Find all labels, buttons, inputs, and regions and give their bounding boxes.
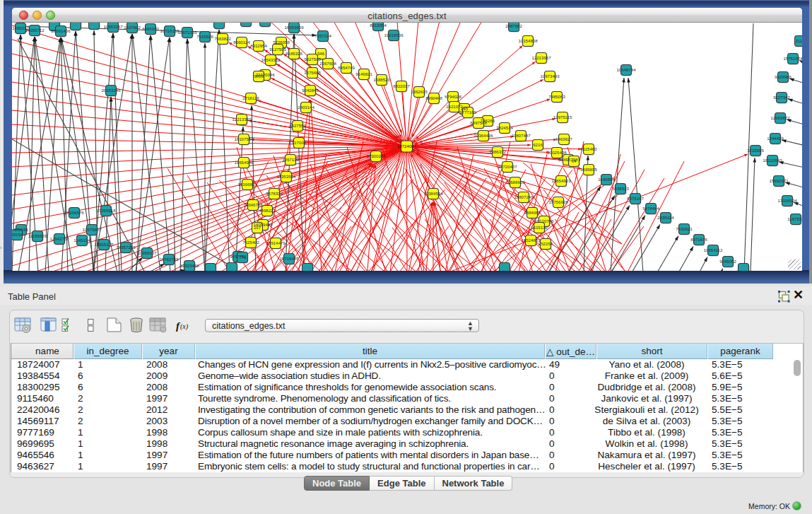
svg-text:19654985: 19654985 (234, 160, 254, 165)
svg-text:15751074: 15751074 (783, 56, 802, 61)
svg-text:10025438: 10025438 (547, 150, 567, 155)
svg-text:15716485: 15716485 (279, 256, 299, 261)
svg-text:8427552: 8427552 (289, 123, 306, 128)
svg-text:(x): (x) (180, 322, 189, 331)
svg-text:655061: 655061 (14, 227, 29, 232)
svg-text:8471676: 8471676 (690, 237, 707, 242)
svg-text:9127505: 9127505 (269, 47, 286, 52)
svg-text:20364436: 20364436 (473, 133, 493, 138)
svg-text:20206576: 20206576 (64, 210, 84, 215)
svg-text:12093872: 12093872 (770, 115, 790, 120)
svg-text:771: 771 (239, 255, 247, 259)
svg-text:2487682: 2487682 (505, 23, 522, 28)
svg-text:8186328: 8186328 (286, 51, 302, 56)
svg-text:1167533: 1167533 (787, 216, 802, 221)
svg-text:10688609: 10688609 (505, 180, 525, 185)
svg-text:12942757: 12942757 (49, 236, 69, 241)
svg-text:19218506: 19218506 (384, 33, 404, 37)
svg-text:1362615: 1362615 (411, 89, 428, 94)
svg-text:7485063: 7485063 (548, 94, 565, 99)
svg-text:9463627: 9463627 (555, 136, 572, 141)
svg-text:10973493: 10973493 (540, 74, 560, 78)
svg-text:8990448: 8990448 (425, 95, 442, 100)
svg-text:3215955: 3215955 (747, 148, 764, 153)
svg-text:8660124: 8660124 (233, 40, 250, 45)
svg-text:12975115: 12975115 (553, 115, 572, 119)
svg-text:8813054: 8813054 (370, 23, 387, 28)
svg-text:7663822: 7663822 (214, 36, 231, 41)
svg-text:16671355: 16671355 (177, 30, 197, 35)
svg-text:10975867: 10975867 (82, 227, 102, 232)
svg-text:16782759: 16782759 (159, 257, 179, 262)
svg-text:9474444: 9474444 (642, 206, 659, 211)
svg-text:16914479: 16914479 (266, 240, 286, 245)
svg-text:16210643: 16210643 (763, 158, 782, 163)
svg-text:1145194: 1145194 (73, 238, 90, 243)
svg-text:8822037: 8822037 (393, 83, 410, 88)
svg-text:9242845: 9242845 (302, 88, 319, 93)
svg-text:6216: 6216 (533, 142, 543, 147)
svg-text:1615132: 1615132 (531, 225, 548, 230)
svg-text:2718126: 2718126 (242, 95, 259, 100)
svg-text:9327505: 9327505 (304, 57, 321, 62)
svg-text:546: 546 (317, 51, 325, 56)
svg-text:2935114: 2935114 (657, 215, 674, 220)
svg-text:64: 64 (572, 158, 577, 163)
svg-text:18300295: 18300295 (366, 153, 386, 158)
svg-text:1527602: 1527602 (124, 25, 141, 30)
svg-text:12923448: 12923448 (180, 263, 199, 268)
svg-text:12213967: 12213967 (531, 55, 551, 60)
svg-text:2803144: 2803144 (298, 105, 314, 110)
svg-text:16120746: 16120746 (534, 218, 554, 223)
svg-text:10807487: 10807487 (511, 133, 531, 138)
svg-text:14055712: 14055712 (25, 28, 45, 33)
svg-text:39154: 39154 (12, 232, 23, 237)
svg-text:6466160: 6466160 (142, 26, 159, 31)
svg-text:9227342: 9227342 (773, 95, 790, 100)
svg-text:5226058: 5226058 (273, 40, 290, 45)
svg-text:1588520: 1588520 (373, 77, 390, 82)
svg-text:11353594: 11353594 (277, 174, 296, 179)
svg-text:19384554: 19384554 (423, 191, 443, 196)
svg-text:7386372: 7386372 (489, 149, 506, 154)
svg-text:10853267: 10853267 (103, 24, 123, 29)
svg-text:7625402: 7625402 (242, 240, 259, 245)
svg-text:12213369: 12213369 (232, 117, 252, 122)
svg-text:7632621: 7632621 (676, 226, 693, 231)
svg-text:18724007: 18724007 (397, 144, 417, 148)
svg-text:10046788: 10046788 (243, 202, 263, 207)
svg-text:10154808: 10154808 (518, 38, 538, 43)
svg-text:16543362: 16543362 (261, 57, 281, 62)
svg-text:20691406: 20691406 (51, 28, 71, 33)
svg-text:20053346: 20053346 (101, 88, 121, 93)
svg-text:17016504: 17016504 (777, 198, 797, 203)
svg-text:252254: 252254 (539, 241, 553, 246)
svg-text:9115460: 9115460 (580, 146, 597, 151)
svg-text:17957253: 17957253 (116, 245, 136, 250)
svg-text:7515526: 7515526 (196, 34, 213, 39)
svg-text:157: 157 (254, 225, 261, 230)
svg-text:8912954: 8912954 (250, 43, 267, 48)
svg-text:8454749: 8454749 (338, 65, 355, 70)
svg-text:19756928: 19756928 (548, 199, 568, 204)
svg-text:18807249: 18807249 (514, 194, 534, 199)
svg-text:19166825: 19166825 (237, 182, 257, 187)
svg-text:11156829: 11156829 (28, 233, 47, 238)
svg-text:7357224: 7357224 (314, 33, 331, 38)
svg-text:6497568: 6497568 (470, 120, 487, 125)
svg-text:12505135: 12505135 (94, 242, 114, 247)
svg-text:9699695: 9699695 (580, 167, 597, 172)
svg-text:9896: 9896 (254, 74, 264, 78)
svg-text:9245052: 9245052 (719, 259, 736, 264)
svg-text:9146821: 9146821 (355, 71, 372, 76)
svg-text:1117: 1117 (796, 38, 802, 43)
svg-text:1640954: 1640954 (598, 177, 615, 182)
svg-text:6794028: 6794028 (445, 94, 461, 99)
svg-text:4498222: 4498222 (259, 208, 276, 213)
svg-text:10654112: 10654112 (704, 247, 723, 252)
svg-text:15720407: 15720407 (498, 164, 517, 169)
svg-text:15692971: 15692971 (769, 178, 789, 183)
svg-text:3675685: 3675685 (304, 70, 321, 75)
svg-text:3824514: 3824514 (496, 125, 513, 130)
svg-text:3678334: 3678334 (266, 191, 283, 196)
